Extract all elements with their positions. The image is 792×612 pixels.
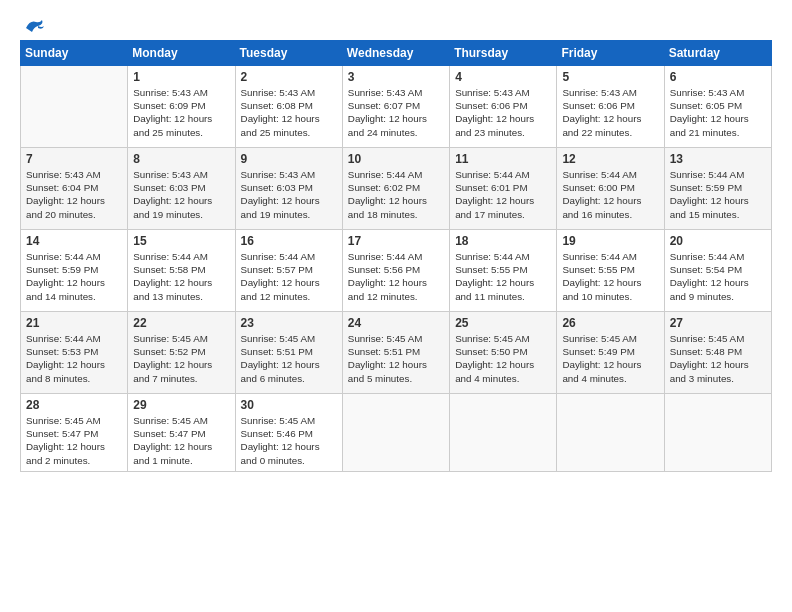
day-number: 3 (348, 70, 444, 84)
day-number: 5 (562, 70, 658, 84)
day-info: Sunrise: 5:44 AM Sunset: 5:59 PM Dayligh… (26, 250, 122, 303)
calendar-cell: 24Sunrise: 5:45 AM Sunset: 5:51 PM Dayli… (342, 312, 449, 394)
calendar-cell: 26Sunrise: 5:45 AM Sunset: 5:49 PM Dayli… (557, 312, 664, 394)
calendar-cell: 1Sunrise: 5:43 AM Sunset: 6:09 PM Daylig… (128, 66, 235, 148)
day-info: Sunrise: 5:44 AM Sunset: 5:59 PM Dayligh… (670, 168, 766, 221)
calendar-cell: 16Sunrise: 5:44 AM Sunset: 5:57 PM Dayli… (235, 230, 342, 312)
day-info: Sunrise: 5:44 AM Sunset: 5:56 PM Dayligh… (348, 250, 444, 303)
day-number: 15 (133, 234, 229, 248)
day-number: 6 (670, 70, 766, 84)
week-row-2: 7Sunrise: 5:43 AM Sunset: 6:04 PM Daylig… (21, 148, 772, 230)
day-info: Sunrise: 5:45 AM Sunset: 5:46 PM Dayligh… (241, 414, 337, 467)
day-number: 23 (241, 316, 337, 330)
day-number: 18 (455, 234, 551, 248)
day-info: Sunrise: 5:44 AM Sunset: 5:58 PM Dayligh… (133, 250, 229, 303)
week-row-1: 1Sunrise: 5:43 AM Sunset: 6:09 PM Daylig… (21, 66, 772, 148)
day-info: Sunrise: 5:45 AM Sunset: 5:51 PM Dayligh… (348, 332, 444, 385)
day-info: Sunrise: 5:45 AM Sunset: 5:51 PM Dayligh… (241, 332, 337, 385)
calendar-cell: 3Sunrise: 5:43 AM Sunset: 6:07 PM Daylig… (342, 66, 449, 148)
calendar-cell (342, 394, 449, 472)
day-info: Sunrise: 5:45 AM Sunset: 5:47 PM Dayligh… (133, 414, 229, 467)
day-info: Sunrise: 5:43 AM Sunset: 6:08 PM Dayligh… (241, 86, 337, 139)
day-number: 27 (670, 316, 766, 330)
day-number: 2 (241, 70, 337, 84)
col-header-saturday: Saturday (664, 41, 771, 66)
week-row-5: 28Sunrise: 5:45 AM Sunset: 5:47 PM Dayli… (21, 394, 772, 472)
col-header-thursday: Thursday (450, 41, 557, 66)
day-info: Sunrise: 5:43 AM Sunset: 6:09 PM Dayligh… (133, 86, 229, 139)
day-info: Sunrise: 5:44 AM Sunset: 5:57 PM Dayligh… (241, 250, 337, 303)
calendar-cell: 23Sunrise: 5:45 AM Sunset: 5:51 PM Dayli… (235, 312, 342, 394)
week-row-3: 14Sunrise: 5:44 AM Sunset: 5:59 PM Dayli… (21, 230, 772, 312)
calendar-cell: 10Sunrise: 5:44 AM Sunset: 6:02 PM Dayli… (342, 148, 449, 230)
calendar-cell: 25Sunrise: 5:45 AM Sunset: 5:50 PM Dayli… (450, 312, 557, 394)
day-info: Sunrise: 5:45 AM Sunset: 5:47 PM Dayligh… (26, 414, 122, 467)
day-info: Sunrise: 5:43 AM Sunset: 6:03 PM Dayligh… (133, 168, 229, 221)
day-number: 16 (241, 234, 337, 248)
calendar-cell: 7Sunrise: 5:43 AM Sunset: 6:04 PM Daylig… (21, 148, 128, 230)
calendar-cell: 18Sunrise: 5:44 AM Sunset: 5:55 PM Dayli… (450, 230, 557, 312)
header-row: SundayMondayTuesdayWednesdayThursdayFrid… (21, 41, 772, 66)
day-info: Sunrise: 5:43 AM Sunset: 6:06 PM Dayligh… (455, 86, 551, 139)
day-info: Sunrise: 5:43 AM Sunset: 6:07 PM Dayligh… (348, 86, 444, 139)
day-number: 30 (241, 398, 337, 412)
calendar-cell: 30Sunrise: 5:45 AM Sunset: 5:46 PM Dayli… (235, 394, 342, 472)
day-number: 22 (133, 316, 229, 330)
calendar-cell: 29Sunrise: 5:45 AM Sunset: 5:47 PM Dayli… (128, 394, 235, 472)
day-info: Sunrise: 5:44 AM Sunset: 6:01 PM Dayligh… (455, 168, 551, 221)
calendar-cell: 11Sunrise: 5:44 AM Sunset: 6:01 PM Dayli… (450, 148, 557, 230)
calendar-cell (664, 394, 771, 472)
col-header-wednesday: Wednesday (342, 41, 449, 66)
day-number: 25 (455, 316, 551, 330)
logo (20, 18, 46, 32)
day-info: Sunrise: 5:44 AM Sunset: 5:55 PM Dayligh… (562, 250, 658, 303)
day-info: Sunrise: 5:44 AM Sunset: 5:54 PM Dayligh… (670, 250, 766, 303)
day-number: 7 (26, 152, 122, 166)
day-number: 17 (348, 234, 444, 248)
day-number: 26 (562, 316, 658, 330)
day-number: 10 (348, 152, 444, 166)
calendar-cell: 19Sunrise: 5:44 AM Sunset: 5:55 PM Dayli… (557, 230, 664, 312)
calendar-cell: 20Sunrise: 5:44 AM Sunset: 5:54 PM Dayli… (664, 230, 771, 312)
day-info: Sunrise: 5:45 AM Sunset: 5:48 PM Dayligh… (670, 332, 766, 385)
day-info: Sunrise: 5:45 AM Sunset: 5:52 PM Dayligh… (133, 332, 229, 385)
day-info: Sunrise: 5:45 AM Sunset: 5:49 PM Dayligh… (562, 332, 658, 385)
day-number: 12 (562, 152, 658, 166)
day-info: Sunrise: 5:43 AM Sunset: 6:03 PM Dayligh… (241, 168, 337, 221)
calendar-cell (21, 66, 128, 148)
day-number: 11 (455, 152, 551, 166)
day-number: 20 (670, 234, 766, 248)
day-number: 1 (133, 70, 229, 84)
day-number: 28 (26, 398, 122, 412)
day-info: Sunrise: 5:45 AM Sunset: 5:50 PM Dayligh… (455, 332, 551, 385)
col-header-sunday: Sunday (21, 41, 128, 66)
calendar-cell: 5Sunrise: 5:43 AM Sunset: 6:06 PM Daylig… (557, 66, 664, 148)
calendar-cell: 9Sunrise: 5:43 AM Sunset: 6:03 PM Daylig… (235, 148, 342, 230)
day-info: Sunrise: 5:43 AM Sunset: 6:06 PM Dayligh… (562, 86, 658, 139)
calendar-cell: 22Sunrise: 5:45 AM Sunset: 5:52 PM Dayli… (128, 312, 235, 394)
day-number: 24 (348, 316, 444, 330)
week-row-4: 21Sunrise: 5:44 AM Sunset: 5:53 PM Dayli… (21, 312, 772, 394)
calendar-cell (557, 394, 664, 472)
day-info: Sunrise: 5:44 AM Sunset: 5:53 PM Dayligh… (26, 332, 122, 385)
day-number: 9 (241, 152, 337, 166)
day-number: 4 (455, 70, 551, 84)
day-info: Sunrise: 5:43 AM Sunset: 6:04 PM Dayligh… (26, 168, 122, 221)
day-number: 21 (26, 316, 122, 330)
calendar-cell: 8Sunrise: 5:43 AM Sunset: 6:03 PM Daylig… (128, 148, 235, 230)
calendar-cell: 13Sunrise: 5:44 AM Sunset: 5:59 PM Dayli… (664, 148, 771, 230)
calendar-table: SundayMondayTuesdayWednesdayThursdayFrid… (20, 40, 772, 472)
calendar-cell: 14Sunrise: 5:44 AM Sunset: 5:59 PM Dayli… (21, 230, 128, 312)
day-number: 14 (26, 234, 122, 248)
day-info: Sunrise: 5:44 AM Sunset: 6:00 PM Dayligh… (562, 168, 658, 221)
calendar-cell: 27Sunrise: 5:45 AM Sunset: 5:48 PM Dayli… (664, 312, 771, 394)
calendar-cell: 2Sunrise: 5:43 AM Sunset: 6:08 PM Daylig… (235, 66, 342, 148)
calendar-cell: 21Sunrise: 5:44 AM Sunset: 5:53 PM Dayli… (21, 312, 128, 394)
day-info: Sunrise: 5:44 AM Sunset: 5:55 PM Dayligh… (455, 250, 551, 303)
header (20, 18, 772, 32)
calendar-cell: 12Sunrise: 5:44 AM Sunset: 6:00 PM Dayli… (557, 148, 664, 230)
day-info: Sunrise: 5:43 AM Sunset: 6:05 PM Dayligh… (670, 86, 766, 139)
day-info: Sunrise: 5:44 AM Sunset: 6:02 PM Dayligh… (348, 168, 444, 221)
calendar-cell: 4Sunrise: 5:43 AM Sunset: 6:06 PM Daylig… (450, 66, 557, 148)
day-number: 29 (133, 398, 229, 412)
